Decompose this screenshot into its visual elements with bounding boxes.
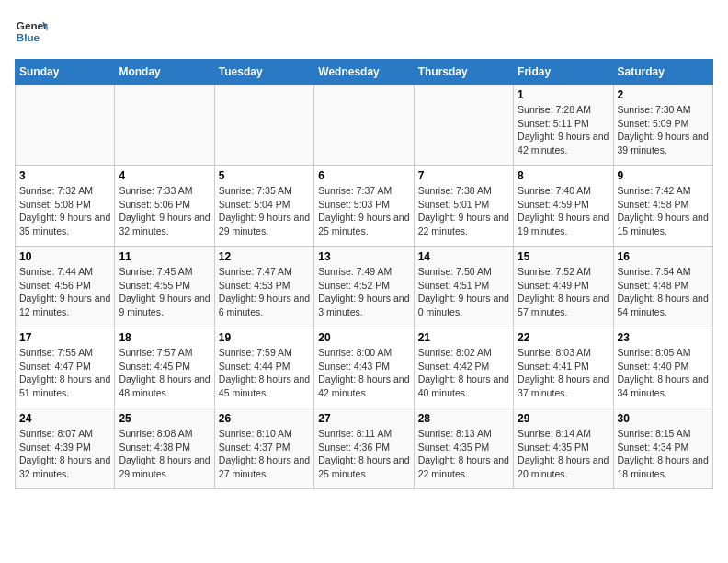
- day-number: 14: [418, 250, 509, 263]
- calendar-cell: [214, 85, 313, 166]
- calendar-cell: 2Sunrise: 7:30 AM Sunset: 5:09 PM Daylig…: [613, 85, 712, 166]
- day-number: 11: [119, 250, 210, 263]
- weekday-header: Saturday: [613, 60, 712, 85]
- calendar-cell: 15Sunrise: 7:52 AM Sunset: 4:49 PM Dayli…: [514, 247, 613, 327]
- day-number: 24: [19, 412, 110, 425]
- calendar-cell: 18Sunrise: 7:57 AM Sunset: 4:45 PM Dayli…: [115, 327, 214, 408]
- day-number: 16: [618, 250, 709, 263]
- calendar-cell: 9Sunrise: 7:42 AM Sunset: 4:58 PM Daylig…: [613, 166, 712, 247]
- calendar-body: 1Sunrise: 7:28 AM Sunset: 5:11 PM Daylig…: [16, 85, 713, 489]
- calendar-cell: 6Sunrise: 7:37 AM Sunset: 5:03 PM Daylig…: [314, 166, 414, 247]
- day-number: 6: [318, 169, 409, 182]
- calendar-cell: 24Sunrise: 8:07 AM Sunset: 4:39 PM Dayli…: [16, 408, 115, 489]
- calendar-cell: 30Sunrise: 8:15 AM Sunset: 4:34 PM Dayli…: [613, 408, 712, 489]
- weekday-header: Tuesday: [214, 60, 313, 85]
- day-number: 19: [219, 331, 310, 344]
- logo: General Blue: [15, 15, 51, 48]
- day-number: 4: [119, 169, 210, 182]
- calendar-cell: 22Sunrise: 8:03 AM Sunset: 4:41 PM Dayli…: [514, 327, 613, 408]
- day-info: Sunrise: 7:57 AM Sunset: 4:45 PM Dayligh…: [119, 346, 210, 400]
- calendar-cell: 26Sunrise: 8:10 AM Sunset: 4:37 PM Dayli…: [214, 408, 313, 489]
- weekday-header: Wednesday: [314, 60, 414, 85]
- day-info: Sunrise: 8:00 AM Sunset: 4:43 PM Dayligh…: [318, 346, 409, 400]
- day-info: Sunrise: 8:11 AM Sunset: 4:36 PM Dayligh…: [318, 427, 409, 481]
- calendar-cell: [414, 85, 513, 166]
- day-info: Sunrise: 7:44 AM Sunset: 4:56 PM Dayligh…: [19, 265, 110, 319]
- calendar-cell: 5Sunrise: 7:35 AM Sunset: 5:04 PM Daylig…: [214, 166, 313, 247]
- day-info: Sunrise: 8:02 AM Sunset: 4:42 PM Dayligh…: [418, 346, 509, 400]
- day-info: Sunrise: 8:14 AM Sunset: 4:35 PM Dayligh…: [518, 427, 609, 481]
- day-number: 2: [618, 88, 709, 101]
- day-info: Sunrise: 7:52 AM Sunset: 4:49 PM Dayligh…: [518, 265, 609, 319]
- calendar-cell: 23Sunrise: 8:05 AM Sunset: 4:40 PM Dayli…: [613, 327, 712, 408]
- day-number: 7: [418, 169, 509, 182]
- calendar-cell: 4Sunrise: 7:33 AM Sunset: 5:06 PM Daylig…: [115, 166, 214, 247]
- day-number: 9: [618, 169, 709, 182]
- calendar-week-row: 24Sunrise: 8:07 AM Sunset: 4:39 PM Dayli…: [16, 408, 713, 489]
- day-info: Sunrise: 7:42 AM Sunset: 4:58 PM Dayligh…: [618, 184, 709, 238]
- calendar-table: SundayMondayTuesdayWednesdayThursdayFrid…: [15, 59, 713, 489]
- day-number: 22: [518, 331, 609, 344]
- day-info: Sunrise: 8:15 AM Sunset: 4:34 PM Dayligh…: [618, 427, 709, 481]
- day-info: Sunrise: 7:33 AM Sunset: 5:06 PM Dayligh…: [119, 184, 210, 238]
- calendar-cell: [314, 85, 414, 166]
- day-info: Sunrise: 7:30 AM Sunset: 5:09 PM Dayligh…: [618, 103, 709, 157]
- day-number: 17: [19, 331, 110, 344]
- day-number: 15: [518, 250, 609, 263]
- day-number: 25: [119, 412, 210, 425]
- day-info: Sunrise: 7:35 AM Sunset: 5:04 PM Dayligh…: [219, 184, 310, 238]
- day-number: 1: [518, 88, 609, 101]
- calendar-cell: 13Sunrise: 7:49 AM Sunset: 4:52 PM Dayli…: [314, 247, 414, 327]
- day-number: 20: [318, 331, 409, 344]
- day-number: 10: [19, 250, 110, 263]
- calendar-cell: 14Sunrise: 7:50 AM Sunset: 4:51 PM Dayli…: [414, 247, 513, 327]
- day-info: Sunrise: 8:05 AM Sunset: 4:40 PM Dayligh…: [618, 346, 709, 400]
- calendar-header-row: SundayMondayTuesdayWednesdayThursdayFrid…: [16, 60, 713, 85]
- weekday-header: Friday: [514, 60, 613, 85]
- calendar-cell: 16Sunrise: 7:54 AM Sunset: 4:48 PM Dayli…: [613, 247, 712, 327]
- calendar-cell: 7Sunrise: 7:38 AM Sunset: 5:01 PM Daylig…: [414, 166, 513, 247]
- day-number: 3: [19, 169, 110, 182]
- day-info: Sunrise: 8:03 AM Sunset: 4:41 PM Dayligh…: [518, 346, 609, 400]
- day-info: Sunrise: 7:28 AM Sunset: 5:11 PM Dayligh…: [518, 103, 609, 157]
- weekday-header: Monday: [115, 60, 214, 85]
- day-number: 26: [219, 412, 310, 425]
- weekday-header: Thursday: [414, 60, 513, 85]
- calendar-cell: 25Sunrise: 8:08 AM Sunset: 4:38 PM Dayli…: [115, 408, 214, 489]
- calendar-cell: [115, 85, 214, 166]
- calendar-week-row: 1Sunrise: 7:28 AM Sunset: 5:11 PM Daylig…: [16, 85, 713, 166]
- calendar-cell: 17Sunrise: 7:55 AM Sunset: 4:47 PM Dayli…: [16, 327, 115, 408]
- day-number: 8: [518, 169, 609, 182]
- day-info: Sunrise: 7:37 AM Sunset: 5:03 PM Dayligh…: [318, 184, 409, 238]
- calendar-cell: 28Sunrise: 8:13 AM Sunset: 4:35 PM Dayli…: [414, 408, 513, 489]
- calendar-week-row: 10Sunrise: 7:44 AM Sunset: 4:56 PM Dayli…: [16, 247, 713, 327]
- day-number: 5: [219, 169, 310, 182]
- calendar-week-row: 3Sunrise: 7:32 AM Sunset: 5:08 PM Daylig…: [16, 166, 713, 247]
- day-info: Sunrise: 7:32 AM Sunset: 5:08 PM Dayligh…: [19, 184, 110, 238]
- day-number: 27: [318, 412, 409, 425]
- day-info: Sunrise: 8:07 AM Sunset: 4:39 PM Dayligh…: [19, 427, 110, 481]
- calendar-cell: [16, 85, 115, 166]
- calendar-cell: 21Sunrise: 8:02 AM Sunset: 4:42 PM Dayli…: [414, 327, 513, 408]
- day-number: 29: [518, 412, 609, 425]
- day-info: Sunrise: 7:45 AM Sunset: 4:55 PM Dayligh…: [119, 265, 210, 319]
- calendar-cell: 29Sunrise: 8:14 AM Sunset: 4:35 PM Dayli…: [514, 408, 613, 489]
- calendar-cell: 8Sunrise: 7:40 AM Sunset: 4:59 PM Daylig…: [514, 166, 613, 247]
- day-info: Sunrise: 7:40 AM Sunset: 4:59 PM Dayligh…: [518, 184, 609, 238]
- weekday-header: Sunday: [16, 60, 115, 85]
- day-number: 21: [418, 331, 509, 344]
- svg-text:Blue: Blue: [17, 31, 40, 43]
- day-info: Sunrise: 7:50 AM Sunset: 4:51 PM Dayligh…: [418, 265, 509, 319]
- day-number: 12: [219, 250, 310, 263]
- day-info: Sunrise: 7:54 AM Sunset: 4:48 PM Dayligh…: [618, 265, 709, 319]
- day-number: 13: [318, 250, 409, 263]
- day-info: Sunrise: 7:59 AM Sunset: 4:44 PM Dayligh…: [219, 346, 310, 400]
- day-info: Sunrise: 7:49 AM Sunset: 4:52 PM Dayligh…: [318, 265, 409, 319]
- day-info: Sunrise: 7:38 AM Sunset: 5:01 PM Dayligh…: [418, 184, 509, 238]
- calendar-cell: 12Sunrise: 7:47 AM Sunset: 4:53 PM Dayli…: [214, 247, 313, 327]
- day-info: Sunrise: 7:55 AM Sunset: 4:47 PM Dayligh…: [19, 346, 110, 400]
- day-info: Sunrise: 7:47 AM Sunset: 4:53 PM Dayligh…: [219, 265, 310, 319]
- calendar-cell: 11Sunrise: 7:45 AM Sunset: 4:55 PM Dayli…: [115, 247, 214, 327]
- calendar-cell: 20Sunrise: 8:00 AM Sunset: 4:43 PM Dayli…: [314, 327, 414, 408]
- calendar-week-row: 17Sunrise: 7:55 AM Sunset: 4:47 PM Dayli…: [16, 327, 713, 408]
